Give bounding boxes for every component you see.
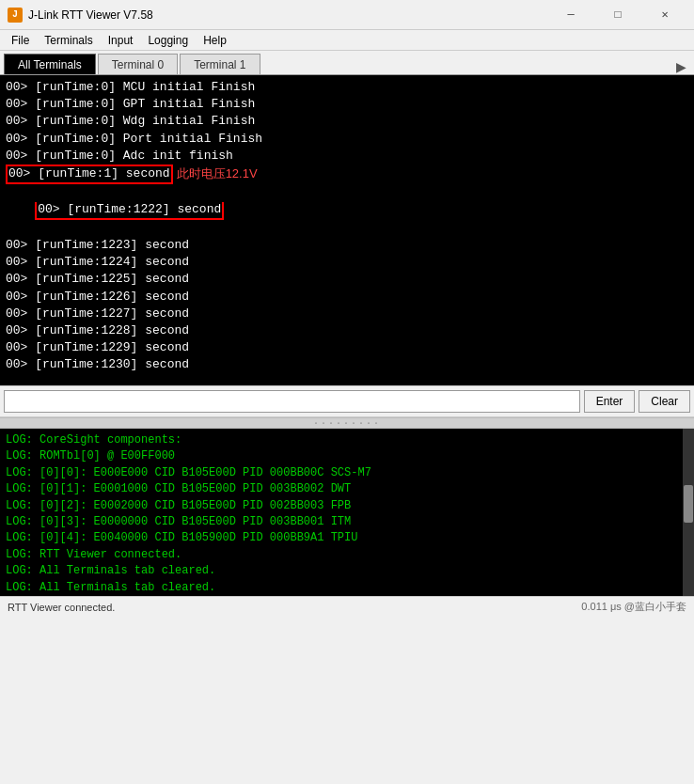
maximize-button[interactable]: □	[596, 1, 639, 29]
divider-dots: ·········	[313, 418, 381, 429]
log-line: LOG: ROMTbl[0] @ E00FF000	[6, 448, 677, 464]
menu-help[interactable]: Help	[196, 32, 234, 49]
terminal-line: 00> [runTime:1226] second	[6, 289, 688, 306]
divider[interactable]: ·········	[0, 417, 694, 429]
title-text: J-Link RTT Viewer V7.58	[28, 8, 549, 22]
app-icon: J	[8, 8, 23, 23]
log-line: LOG: [0][4]: E0040000 CID B105900D PID 0…	[6, 530, 677, 546]
log-line: LOG: [0][2]: E0002000 CID B105E00D PID 0…	[6, 498, 677, 514]
main-terminal: 00> [runTime:0] MCU initial Finish 00> […	[0, 75, 694, 385]
log-terminal-wrapper: LOG: CoreSight components: LOG: ROMTbl[0…	[0, 429, 694, 596]
log-line: LOG: All Terminals tab cleared.	[6, 580, 677, 596]
log-scrollbar-track[interactable]	[683, 429, 694, 596]
enter-button[interactable]: Enter	[584, 390, 636, 413]
terminal-line: 00> [runTime:1228] second	[6, 322, 688, 339]
minimize-button[interactable]: —	[549, 1, 592, 29]
clear-button[interactable]: Clear	[639, 390, 690, 413]
menu-input[interactable]: Input	[101, 32, 141, 49]
terminal-line-highlight-1: 00> [runTime:1] second 此时电压12.1V	[6, 165, 688, 184]
tab-terminal-0[interactable]: Terminal 0	[98, 54, 178, 74]
terminal-line: 00> [runTime:0] Port initial Finish	[6, 131, 688, 148]
log-scrollbar-thumb[interactable]	[684, 485, 693, 523]
input-area: Enter Clear	[0, 385, 694, 417]
terminal-line: 00> [runTime:0] MCU initial Finish	[6, 79, 688, 96]
log-line: LOG: All Terminals tab cleared.	[6, 563, 677, 579]
window-controls: — □ ✕	[549, 1, 686, 29]
log-line: LOG: [0][0]: E000E000 CID B105E00D PID 0…	[6, 465, 677, 481]
log-terminal: LOG: CoreSight components: LOG: ROMTbl[0…	[0, 429, 683, 596]
terminal-line: 00> [runTime:1223] second	[6, 237, 688, 254]
terminal-line: 00> [runTime:1225] second	[6, 271, 688, 288]
tab-scroll-indicator: ▶	[672, 59, 690, 74]
menu-file[interactable]: File	[4, 32, 37, 49]
menu-bar: File Terminals Input Logging Help	[0, 30, 694, 51]
status-right-text: 0.011 μs @蓝白小手套	[581, 600, 686, 614]
log-line: LOG: [0][1]: E0001000 CID B105E00D PID 0…	[6, 481, 677, 497]
terminal-line: 00> [runTime:1230] second	[6, 356, 688, 373]
close-button[interactable]: ✕	[643, 1, 686, 29]
annotation-text: 此时电压12.1V	[177, 165, 258, 182]
terminal-line: 00> [runTime:0] GPT initial Finish	[6, 96, 688, 113]
title-bar: J J-Link RTT Viewer V7.58 — □ ✕	[0, 0, 694, 30]
terminal-line: 00> [runTime:1224] second	[6, 254, 688, 271]
tabs-bar: All Terminals Terminal 0 Terminal 1 ▶	[0, 51, 694, 75]
log-line: LOG: CoreSight components:	[6, 432, 677, 448]
terminal-line: 00> [runTime:1227] second	[6, 306, 688, 322]
status-left-text: RTT Viewer connected.	[8, 602, 581, 613]
log-line: LOG: RTT Viewer connected.	[6, 547, 677, 563]
status-bar: RTT Viewer connected. 0.011 μs @蓝白小手套	[0, 596, 694, 617]
tab-all-terminals[interactable]: All Terminals	[4, 54, 96, 74]
menu-terminals[interactable]: Terminals	[37, 32, 100, 49]
log-line: LOG: [0][3]: E0000000 CID B105E00D PID 0…	[6, 514, 677, 530]
terminal-line: 00> [runTime:0] Wdg initial Finish	[6, 113, 688, 130]
terminal-line-highlight-2: 00> [runTime:1222] second	[6, 184, 688, 237]
menu-logging[interactable]: Logging	[140, 32, 196, 49]
terminal-line: 00> [runTime:0] Adc init finish	[6, 148, 688, 165]
terminal-line: 00> [runTime:1229] second	[6, 339, 688, 356]
tab-terminal-1[interactable]: Terminal 1	[180, 54, 260, 74]
command-input[interactable]	[4, 390, 580, 413]
